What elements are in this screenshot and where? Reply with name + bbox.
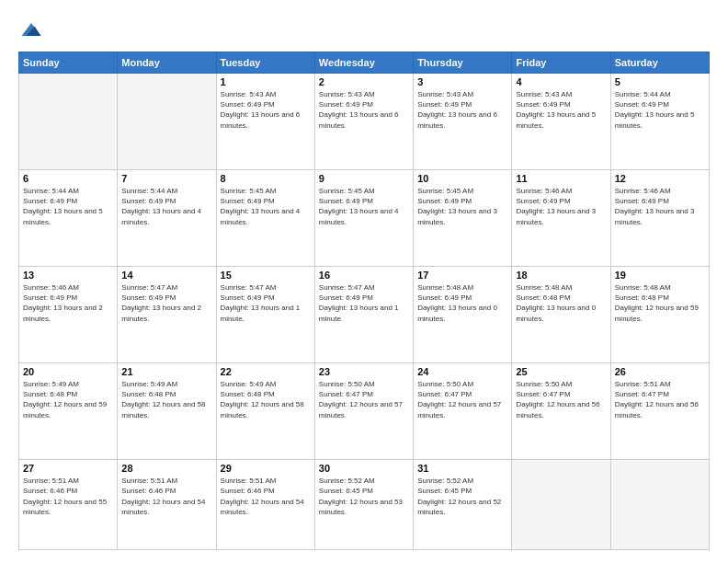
day-number: 29	[221, 463, 311, 474]
day-info: Sunrise: 5:50 AM Sunset: 6:47 PM Dayligh…	[516, 379, 606, 420]
weekday-header: Tuesday	[216, 52, 314, 74]
calendar-cell: 5Sunrise: 5:44 AM Sunset: 6:49 PM Daylig…	[610, 74, 709, 170]
day-info: Sunrise: 5:51 AM Sunset: 6:46 PM Dayligh…	[221, 476, 311, 517]
calendar-cell: 16Sunrise: 5:47 AM Sunset: 6:49 PM Dayli…	[314, 267, 413, 363]
day-number: 5	[615, 76, 705, 87]
day-number: 6	[23, 173, 113, 184]
header	[18, 17, 710, 42]
calendar-cell: 24Sunrise: 5:50 AM Sunset: 6:47 PM Dayli…	[414, 363, 512, 460]
calendar-cell: 11Sunrise: 5:46 AM Sunset: 6:49 PM Dayli…	[512, 170, 610, 267]
day-number: 15	[221, 270, 311, 281]
calendar-cell	[118, 74, 216, 170]
day-info: Sunrise: 5:45 AM Sunset: 6:49 PM Dayligh…	[417, 186, 507, 227]
calendar-week-row: 20Sunrise: 5:49 AM Sunset: 6:48 PM Dayli…	[19, 363, 710, 460]
day-number: 17	[417, 270, 507, 281]
calendar-cell: 14Sunrise: 5:47 AM Sunset: 6:49 PM Dayli…	[118, 267, 216, 363]
calendar-cell: 6Sunrise: 5:44 AM Sunset: 6:49 PM Daylig…	[19, 170, 118, 267]
calendar-cell: 8Sunrise: 5:45 AM Sunset: 6:49 PM Daylig…	[216, 170, 314, 267]
day-info: Sunrise: 5:51 AM Sunset: 6:47 PM Dayligh…	[615, 379, 705, 420]
day-info: Sunrise: 5:48 AM Sunset: 6:48 PM Dayligh…	[516, 282, 606, 324]
calendar-cell: 26Sunrise: 5:51 AM Sunset: 6:47 PM Dayli…	[610, 363, 709, 460]
day-number: 11	[516, 173, 606, 184]
calendar-cell: 7Sunrise: 5:44 AM Sunset: 6:49 PM Daylig…	[118, 170, 216, 267]
calendar-cell: 31Sunrise: 5:52 AM Sunset: 6:45 PM Dayli…	[414, 460, 512, 550]
day-info: Sunrise: 5:49 AM Sunset: 6:48 PM Dayligh…	[23, 379, 113, 420]
day-number: 7	[121, 173, 211, 184]
day-number: 22	[221, 366, 311, 377]
calendar-cell: 21Sunrise: 5:49 AM Sunset: 6:48 PM Dayli…	[118, 363, 216, 460]
day-number: 10	[417, 173, 507, 184]
day-number: 24	[417, 366, 507, 377]
day-info: Sunrise: 5:51 AM Sunset: 6:46 PM Dayligh…	[121, 476, 211, 517]
day-number: 2	[319, 76, 409, 87]
day-number: 27	[23, 463, 113, 474]
calendar-cell: 22Sunrise: 5:49 AM Sunset: 6:48 PM Dayli…	[216, 363, 314, 460]
calendar-cell: 9Sunrise: 5:45 AM Sunset: 6:49 PM Daylig…	[314, 170, 413, 267]
calendar-cell	[19, 74, 118, 170]
calendar-cell: 28Sunrise: 5:51 AM Sunset: 6:46 PM Dayli…	[118, 460, 216, 550]
weekday-header: Monday	[118, 52, 216, 74]
calendar-cell: 17Sunrise: 5:48 AM Sunset: 6:49 PM Dayli…	[414, 267, 512, 363]
day-info: Sunrise: 5:51 AM Sunset: 6:46 PM Dayligh…	[23, 476, 113, 517]
calendar-cell: 2Sunrise: 5:43 AM Sunset: 6:49 PM Daylig…	[314, 74, 413, 170]
calendar-week-row: 13Sunrise: 5:46 AM Sunset: 6:49 PM Dayli…	[19, 267, 710, 363]
calendar-cell: 29Sunrise: 5:51 AM Sunset: 6:46 PM Dayli…	[216, 460, 314, 550]
calendar-cell	[610, 460, 709, 550]
day-info: Sunrise: 5:46 AM Sunset: 6:49 PM Dayligh…	[615, 186, 705, 227]
calendar-week-row: 6Sunrise: 5:44 AM Sunset: 6:49 PM Daylig…	[19, 170, 710, 267]
day-number: 28	[121, 463, 211, 474]
day-number: 26	[615, 366, 705, 377]
day-info: Sunrise: 5:47 AM Sunset: 6:49 PM Dayligh…	[121, 282, 211, 324]
day-info: Sunrise: 5:50 AM Sunset: 6:47 PM Dayligh…	[319, 379, 409, 420]
day-info: Sunrise: 5:43 AM Sunset: 6:49 PM Dayligh…	[221, 89, 311, 131]
day-number: 1	[221, 76, 311, 87]
day-info: Sunrise: 5:46 AM Sunset: 6:49 PM Dayligh…	[23, 282, 113, 324]
day-info: Sunrise: 5:50 AM Sunset: 6:47 PM Dayligh…	[417, 379, 507, 420]
calendar-cell	[512, 460, 610, 550]
day-number: 21	[121, 366, 211, 377]
calendar-cell: 3Sunrise: 5:43 AM Sunset: 6:49 PM Daylig…	[414, 74, 512, 170]
day-info: Sunrise: 5:46 AM Sunset: 6:49 PM Dayligh…	[516, 186, 606, 227]
day-number: 4	[516, 76, 606, 87]
day-number: 19	[615, 270, 705, 281]
day-info: Sunrise: 5:43 AM Sunset: 6:49 PM Dayligh…	[516, 89, 606, 131]
logo-icon	[18, 17, 44, 42]
calendar-cell: 25Sunrise: 5:50 AM Sunset: 6:47 PM Dayli…	[512, 363, 610, 460]
day-number: 3	[417, 76, 507, 87]
day-number: 23	[319, 366, 409, 377]
calendar-cell: 13Sunrise: 5:46 AM Sunset: 6:49 PM Dayli…	[19, 267, 118, 363]
weekday-header: Wednesday	[314, 52, 413, 74]
day-info: Sunrise: 5:45 AM Sunset: 6:49 PM Dayligh…	[319, 186, 409, 227]
calendar-cell: 18Sunrise: 5:48 AM Sunset: 6:48 PM Dayli…	[512, 267, 610, 363]
day-number: 31	[417, 463, 507, 474]
day-info: Sunrise: 5:44 AM Sunset: 6:49 PM Dayligh…	[121, 186, 211, 227]
day-info: Sunrise: 5:49 AM Sunset: 6:48 PM Dayligh…	[221, 379, 311, 420]
day-number: 18	[516, 270, 606, 281]
calendar-week-row: 1Sunrise: 5:43 AM Sunset: 6:49 PM Daylig…	[19, 74, 710, 170]
calendar-cell: 15Sunrise: 5:47 AM Sunset: 6:49 PM Dayli…	[216, 267, 314, 363]
day-info: Sunrise: 5:52 AM Sunset: 6:45 PM Dayligh…	[417, 476, 507, 517]
weekday-header: Saturday	[610, 52, 709, 74]
day-info: Sunrise: 5:48 AM Sunset: 6:49 PM Dayligh…	[417, 282, 507, 324]
day-number: 20	[23, 366, 113, 377]
weekday-header: Thursday	[414, 52, 512, 74]
weekday-header: Sunday	[19, 52, 118, 74]
calendar-cell: 27Sunrise: 5:51 AM Sunset: 6:46 PM Dayli…	[19, 460, 118, 550]
calendar-cell: 20Sunrise: 5:49 AM Sunset: 6:48 PM Dayli…	[19, 363, 118, 460]
calendar-cell: 23Sunrise: 5:50 AM Sunset: 6:47 PM Dayli…	[314, 363, 413, 460]
day-info: Sunrise: 5:49 AM Sunset: 6:48 PM Dayligh…	[121, 379, 211, 420]
calendar-table: SundayMondayTuesdayWednesdayThursdayFrid…	[18, 52, 710, 550]
day-number: 16	[319, 270, 409, 281]
calendar-header-row: SundayMondayTuesdayWednesdayThursdayFrid…	[19, 52, 710, 74]
day-number: 8	[221, 173, 311, 184]
day-info: Sunrise: 5:44 AM Sunset: 6:49 PM Dayligh…	[615, 89, 705, 131]
day-info: Sunrise: 5:47 AM Sunset: 6:49 PM Dayligh…	[319, 282, 409, 324]
day-info: Sunrise: 5:44 AM Sunset: 6:49 PM Dayligh…	[23, 186, 113, 227]
day-number: 13	[23, 270, 113, 281]
calendar-cell: 1Sunrise: 5:43 AM Sunset: 6:49 PM Daylig…	[216, 74, 314, 170]
calendar-cell: 19Sunrise: 5:48 AM Sunset: 6:48 PM Dayli…	[610, 267, 709, 363]
day-info: Sunrise: 5:47 AM Sunset: 6:49 PM Dayligh…	[221, 282, 311, 324]
day-number: 9	[319, 173, 409, 184]
calendar-week-row: 27Sunrise: 5:51 AM Sunset: 6:46 PM Dayli…	[19, 460, 710, 550]
day-info: Sunrise: 5:52 AM Sunset: 6:45 PM Dayligh…	[319, 476, 409, 517]
